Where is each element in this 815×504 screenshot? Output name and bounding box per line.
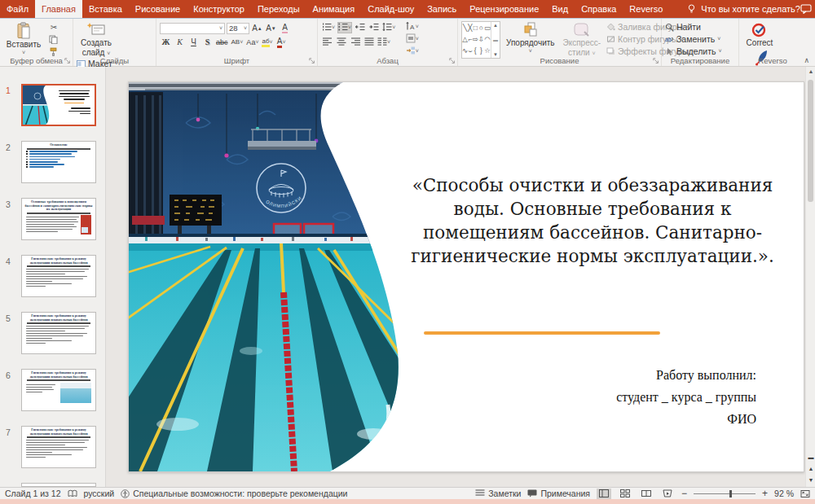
zoom-slider[interactable]: [694, 493, 756, 494]
shape-tool-icon[interactable]: △: [462, 35, 468, 43]
ribbon-tab-конструктор[interactable]: Конструктор: [187, 0, 251, 18]
font-name-combobox[interactable]: ˅: [160, 23, 225, 34]
drawing-dialog-launcher[interactable]: [653, 58, 659, 64]
shape-tool-icon[interactable]: }: [480, 46, 482, 55]
view-normal-button[interactable]: [597, 489, 611, 499]
shape-tool-icon[interactable]: ⌣: [468, 46, 473, 55]
ribbon-tab-вид[interactable]: Вид: [545, 0, 575, 18]
bullets-button[interactable]: ˅: [321, 22, 336, 33]
slide-title-textbox[interactable]: «Способы очистки и обеззараживания воды.…: [403, 173, 782, 268]
shape-tool-icon[interactable]: ╲: [463, 24, 467, 32]
comments-chrome-button[interactable]: [800, 0, 812, 18]
font-dialog-launcher[interactable]: [309, 58, 315, 64]
zoom-out-button[interactable]: −: [681, 488, 687, 499]
align-right-button[interactable]: [349, 37, 361, 48]
quick-styles-button[interactable]: Экспресс- стили ˅: [561, 21, 604, 58]
scrollbar-thumb[interactable]: [808, 80, 813, 202]
view-slideshow-button[interactable]: [660, 489, 675, 499]
new-slide-button[interactable]: Создать слайд ˅: [77, 21, 116, 58]
arrange-button[interactable]: Упорядочить ˅: [504, 21, 557, 55]
slide-thumbnail-1[interactable]: [21, 84, 96, 126]
shape-tool-icon[interactable]: ⌐: [468, 35, 472, 43]
language-indicator[interactable]: русский: [84, 489, 115, 498]
tell-me-box[interactable]: Что вы хотите сделать?: [687, 0, 800, 18]
copy-button[interactable]: [47, 33, 59, 45]
shrink-font-button[interactable]: А▼: [265, 23, 277, 34]
slide-credits-textbox[interactable]: Работу выполнил: студент _ курса _ групп…: [616, 364, 756, 430]
underline-button[interactable]: Ч: [187, 37, 200, 48]
shapes-gallery[interactable]: ╲╳□○▭△⌐⇨⇩◠∿⌣{}☆ ▲▬▼: [461, 21, 500, 59]
shape-tool-icon[interactable]: ☆: [484, 46, 491, 55]
align-text-button[interactable]: ˅: [405, 33, 420, 45]
grow-font-button[interactable]: А▲: [251, 23, 263, 34]
decrease-indent-button[interactable]: [354, 22, 366, 33]
clear-formatting-button[interactable]: А: [279, 23, 291, 34]
pool-photo[interactable]: ОЛИМПИЙСКИЙ: [129, 82, 422, 471]
view-reading-button[interactable]: [639, 489, 654, 499]
slide-thumbnail-panel[interactable]: 1 2Оглавление 3Основные требования к пом…: [0, 67, 106, 487]
shape-tool-icon[interactable]: ╳: [468, 24, 472, 32]
font-color-button[interactable]: А˅: [275, 37, 288, 48]
clipboard-dialog-launcher[interactable]: [64, 58, 71, 64]
shape-tool-icon[interactable]: □: [474, 24, 478, 32]
collapse-ribbon-button[interactable]: ∧: [804, 56, 809, 64]
zoom-in-button[interactable]: +: [762, 488, 768, 499]
align-center-button[interactable]: [335, 37, 347, 48]
slide-thumbnail-7[interactable]: Гигиенические требования к режиму эксплу…: [21, 426, 96, 468]
ribbon-tab-рисование[interactable]: Рисование: [129, 0, 187, 18]
slide-canvas[interactable]: ОЛИМПИЙСКИЙ: [128, 81, 804, 472]
bold-button[interactable]: Ж: [160, 37, 172, 48]
shapes-gallery-scrollbar[interactable]: ▲▬▼: [491, 22, 500, 58]
slide-thumbnail-2[interactable]: Оглавление: [21, 141, 96, 183]
align-left-button[interactable]: [321, 37, 333, 48]
comments-toggle[interactable]: Примечания: [527, 489, 590, 498]
convert-smartart-button[interactable]: ˅: [405, 46, 420, 57]
ribbon-tab-слайд-шоу[interactable]: Слайд-шоу: [361, 0, 421, 18]
slide-thumbnail-6[interactable]: Гигиенические требования к режиму эксплу…: [21, 369, 96, 411]
ribbon-tab-справка[interactable]: Справка: [575, 0, 623, 18]
zoom-slider-thumb[interactable]: [729, 490, 732, 497]
split-pane-button[interactable]: ▬: [806, 452, 815, 462]
cut-button[interactable]: ✂: [47, 21, 59, 33]
text-direction-button[interactable]: А˅: [405, 21, 420, 33]
replace-button[interactable]: abЗаменить˅: [665, 33, 722, 45]
strikethrough-button[interactable]: abc: [215, 37, 229, 48]
paste-button[interactable]: Вставить ˅: [3, 21, 44, 56]
zoom-level[interactable]: 92 %: [774, 489, 794, 498]
font-size-combobox[interactable]: 28˅: [227, 23, 249, 34]
ribbon-tab-запись[interactable]: Запись: [421, 0, 463, 18]
ribbon-tab-переходы[interactable]: Переходы: [251, 0, 306, 18]
shape-tool-icon[interactable]: ○: [479, 24, 483, 32]
notes-toggle[interactable]: Заметки: [475, 488, 521, 499]
format-painter-button[interactable]: [47, 46, 59, 57]
shape-tool-icon[interactable]: ⇩: [478, 35, 484, 43]
select-button[interactable]: Выделить˅: [665, 46, 722, 57]
highlight-color-button[interactable]: аб˅: [261, 37, 273, 48]
ribbon-tab-главная[interactable]: Главная: [35, 0, 82, 18]
numbering-button[interactable]: ˅: [337, 22, 352, 33]
italic-button[interactable]: К: [174, 37, 186, 48]
change-case-button[interactable]: Аа˅: [245, 37, 259, 48]
slide-thumbnail-4[interactable]: Гигиенические требования к режиму эксплу…: [21, 255, 96, 297]
shape-tool-icon[interactable]: ◠: [484, 35, 490, 43]
shape-tool-icon[interactable]: ⇨: [473, 35, 478, 43]
scroll-up-icon[interactable]: ▲: [806, 68, 815, 74]
shape-tool-icon[interactable]: ▭: [484, 24, 491, 32]
view-slide-sorter-button[interactable]: [618, 489, 632, 499]
next-slide-button[interactable]: ▼: [806, 475, 815, 485]
columns-button[interactable]: ˅: [377, 37, 391, 48]
spell-check-button[interactable]: [68, 489, 77, 497]
accessibility-checker[interactable]: Специальные возможности: проверьте реком…: [121, 489, 347, 498]
ribbon-tab-анимация[interactable]: Анимация: [306, 0, 362, 18]
shape-tool-icon[interactable]: ∿: [462, 46, 468, 55]
slide-accent-line[interactable]: [424, 331, 660, 335]
reverso-correct-button[interactable]: Correct: [742, 21, 777, 49]
justify-button[interactable]: [363, 37, 375, 48]
ribbon-tab-рецензирование[interactable]: Рецензирование: [463, 0, 545, 18]
fit-slide-button[interactable]: [800, 489, 810, 498]
slide-counter[interactable]: Слайд 1 из 12: [5, 489, 61, 498]
paragraph-dialog-launcher[interactable]: [449, 58, 456, 64]
line-spacing-button[interactable]: ˅: [381, 22, 396, 33]
ribbon-tab-reverso[interactable]: Reverso: [623, 0, 669, 18]
slide-thumbnail-5[interactable]: Гигиенические требования к режиму эксплу…: [21, 312, 96, 354]
